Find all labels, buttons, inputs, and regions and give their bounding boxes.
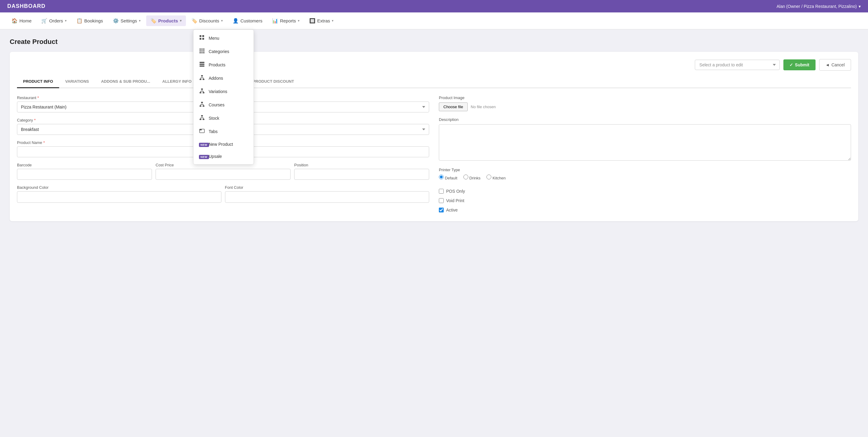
svg-rect-16: [201, 75, 203, 76]
cost-price-input[interactable]: [156, 169, 290, 180]
dropdown-addons-item[interactable]: Addons: [193, 71, 253, 85]
svg-rect-1: [202, 35, 204, 37]
tab-discount[interactable]: PRODUCT DISCOUNT: [247, 75, 300, 88]
cancel-button[interactable]: ◄ Cancel: [819, 59, 851, 71]
pos-only-item[interactable]: POS Only: [439, 189, 851, 194]
top-actions: Select a product to edit ✓ Submit ◄ Canc…: [17, 59, 851, 71]
variations-icon: [199, 88, 205, 95]
nav-reports[interactable]: 📊 Reports ▾: [268, 15, 304, 26]
products-dropdown-menu: Menu Categories: [193, 29, 254, 165]
dropdown-upsale-item[interactable]: NEW Upsale: [193, 150, 253, 162]
main-card: Select a product to edit ✓ Submit ◄ Canc…: [10, 52, 858, 221]
tab-product-info[interactable]: PRODUCT INFO: [17, 75, 59, 88]
printer-drinks-option[interactable]: Drinks: [463, 174, 480, 180]
dropdown-new-product-item[interactable]: NEW New Product: [193, 138, 253, 150]
dropdown-categories-item[interactable]: Categories: [193, 45, 253, 58]
reports-chevron-icon: ▾: [298, 19, 300, 23]
dropdown-products-item[interactable]: Products: [193, 58, 253, 71]
upsale-badge: NEW: [199, 155, 209, 159]
product-image-section: Product Image Choose file No file chosen: [439, 96, 851, 111]
nav-customers-label: Customers: [241, 18, 262, 23]
barcode-input[interactable]: [17, 169, 152, 180]
dropdown-courses-item[interactable]: Courses: [193, 98, 253, 111]
font-color-input[interactable]: [225, 191, 429, 203]
printer-default-option[interactable]: Default: [439, 174, 457, 180]
printer-radio-group: Default Drinks Kitchen: [439, 174, 851, 183]
svg-rect-4: [199, 48, 201, 50]
nav-extras-label: Extras: [317, 18, 330, 23]
barcode-row: Barcode Cost Price Position: [17, 163, 429, 180]
position-input[interactable]: [294, 169, 429, 180]
cost-price-group: Cost Price: [156, 163, 290, 180]
svg-rect-14: [199, 64, 205, 65]
nav-discounts-label: Discounts: [199, 18, 219, 23]
active-checkbox[interactable]: [439, 208, 444, 212]
svg-rect-3: [202, 38, 204, 40]
dropdown-stock-item[interactable]: Stock: [193, 111, 253, 125]
nav-customers[interactable]: 👤 Customers: [228, 15, 267, 26]
nav-home[interactable]: 🏠 Home: [7, 15, 36, 26]
nav-reports-label: Reports: [280, 18, 296, 23]
void-print-checkbox[interactable]: [439, 198, 444, 203]
choose-file-button[interactable]: Choose file: [439, 102, 468, 111]
dropdown-categories-label: Categories: [209, 49, 229, 54]
form-body: Restaurant * Pizza Restaurant (Main) Cat…: [17, 96, 851, 214]
printer-default-radio[interactable]: [439, 174, 444, 179]
courses-icon: [199, 102, 205, 108]
nav-settings[interactable]: ⚙️ Settings ▾: [108, 15, 145, 26]
right-column: Product Image Choose file No file chosen…: [439, 96, 851, 214]
orders-chevron-icon: ▾: [65, 19, 67, 23]
bg-color-input[interactable]: [17, 191, 221, 203]
svg-rect-45: [199, 129, 202, 130]
font-color-group: Font Color: [225, 185, 429, 203]
svg-rect-31: [199, 105, 202, 107]
printer-kitchen-label: Kitchen: [493, 176, 505, 180]
nav-bookings[interactable]: 📋 Bookings: [72, 15, 107, 26]
select-product[interactable]: Select a product to edit: [695, 60, 780, 70]
default-price-group: Default Price: [225, 140, 429, 157]
printer-type-label: Printer Type: [439, 168, 851, 172]
printer-kitchen-option[interactable]: Kitchen: [487, 174, 505, 180]
upsale-icon: NEW: [199, 154, 205, 159]
nav-orders[interactable]: 🛒 Orders ▾: [37, 15, 71, 26]
stock-icon: [199, 115, 205, 122]
nav-bookings-label: Bookings: [84, 18, 103, 23]
position-label: Position: [294, 163, 429, 167]
nav-products[interactable]: 🏷️ Products ▾: [146, 15, 186, 26]
submit-button[interactable]: ✓ Submit: [783, 59, 815, 70]
void-print-item[interactable]: Void Print: [439, 198, 851, 203]
check-icon: ✓: [789, 62, 793, 67]
user-info: Alan (Owner / Pizza Restaurant, Pizzalin…: [776, 4, 861, 9]
tab-allergy[interactable]: ALLERGY INFO: [156, 75, 198, 88]
product-image-label: Product Image: [439, 96, 851, 100]
categories-icon: [199, 48, 205, 55]
dropdown-upsale-label: Upsale: [209, 154, 222, 159]
nav-extras[interactable]: 🔲 Extras ▾: [305, 15, 338, 26]
dropdown-tabs-item[interactable]: Tabs: [193, 125, 253, 138]
customers-icon: 👤: [232, 18, 239, 24]
svg-rect-9: [203, 50, 205, 52]
dropdown-menu-item[interactable]: Menu: [193, 32, 253, 45]
pos-only-checkbox[interactable]: [439, 189, 444, 194]
printer-drinks-radio[interactable]: [463, 174, 468, 179]
home-icon: 🏠: [11, 18, 18, 24]
bg-color-label: Background Color: [17, 185, 221, 190]
active-item[interactable]: Active: [439, 208, 851, 212]
cancel-label: Cancel: [831, 62, 845, 67]
printer-default-label: Default: [445, 176, 457, 180]
dropdown-variations-item[interactable]: Variations: [193, 85, 253, 98]
tab-variations[interactable]: VARIATIONS: [59, 75, 95, 88]
description-textarea[interactable]: [439, 124, 851, 161]
active-label: Active: [446, 208, 458, 212]
tab-addons[interactable]: ADDONS & SUB PRODU...: [95, 75, 156, 88]
pos-only-label: POS Only: [446, 189, 465, 194]
barcode-group: Barcode: [17, 163, 152, 180]
nav-home-label: Home: [20, 18, 32, 23]
default-price-input[interactable]: [225, 146, 429, 157]
extras-icon: 🔲: [309, 18, 315, 24]
svg-rect-15: [199, 65, 205, 67]
printer-kitchen-radio[interactable]: [487, 174, 491, 179]
topbar: DASHBOARD Alan (Owner / Pizza Restaurant…: [0, 0, 868, 12]
nav-discounts[interactable]: 🏷️ Discounts ▾: [187, 15, 227, 26]
product-name-input[interactable]: [17, 146, 221, 157]
